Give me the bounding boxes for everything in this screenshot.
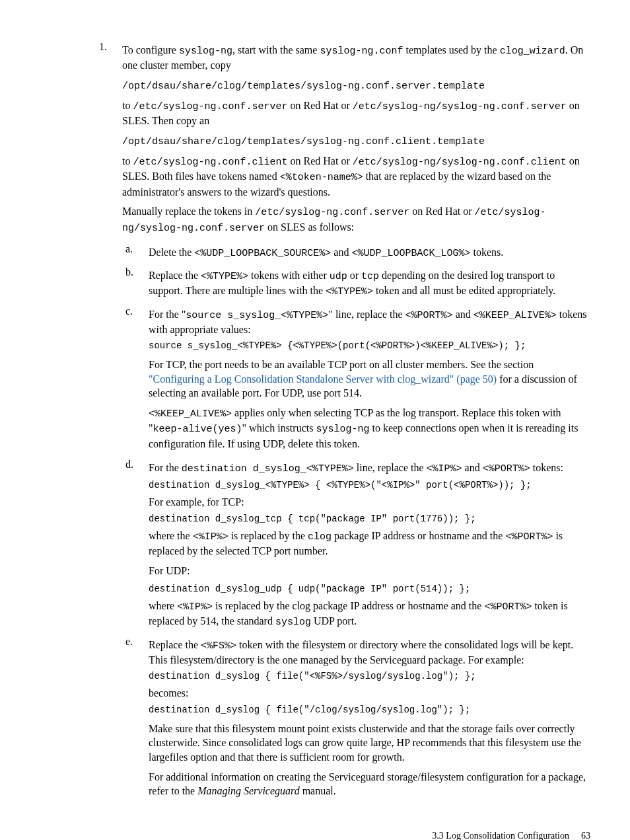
code-line: destination d_syslog_udp { udp("package … (149, 583, 590, 595)
page-number: 63 (581, 830, 590, 840)
code-line: destination d_syslog_<%TYPE%> { <%TYPE%>… (149, 479, 590, 492)
substep-body: Replace the <%FS%> token with the filesy… (149, 634, 590, 804)
code-path: /opt/dsau/share/clog/templates/syslog-ng… (122, 78, 590, 93)
code-line: source s_syslog_<%TYPE%> {<%TYPE%>(port(… (149, 340, 590, 352)
paragraph: For the "source s_syslog_<%TYPE%>" line,… (149, 307, 590, 337)
paragraph: Delete the <%UDP_LOOPBACK_SOURCE%> and <… (149, 245, 590, 260)
code-path: /opt/dsau/share/clog/templates/syslog-ng… (122, 134, 590, 149)
list-marker: e. (125, 634, 149, 804)
paragraph: For additional information on creating t… (149, 770, 590, 798)
paragraph: Manually replace the tokens in /etc/sysl… (122, 204, 590, 235)
paragraph: Replace the <%TYPE%> tokens with either … (149, 268, 590, 299)
page-footer: 3.3 Log Consolidation Configuration 63 (40, 830, 590, 840)
list-marker: b. (125, 265, 149, 303)
paragraph: Replace the <%FS%> token with the filesy… (149, 638, 590, 668)
code-line: destination d_syslog_tcp { tcp("package … (149, 513, 590, 525)
paragraph: For TCP, the port needs to be an availab… (149, 358, 590, 401)
paragraph: For UDP: (149, 564, 590, 578)
paragraph: Make sure that this filesystem mount poi… (149, 722, 590, 765)
substep-body: Delete the <%UDP_LOOPBACK_SOURCE%> and <… (149, 242, 590, 264)
paragraph: For example, for TCP: (149, 495, 590, 510)
step-1: 1. To configure syslog-ng, start with th… (40, 40, 590, 241)
paragraph: To configure syslog-ng, start with the s… (122, 43, 590, 73)
paragraph: to /etc/syslog-ng.conf.client on Red Hat… (122, 154, 590, 199)
paragraph: <%KEEP_ALIVE%> applies only when selecti… (149, 406, 590, 451)
paragraph: to /etc/syslog-ng.conf.server on Red Hat… (122, 98, 590, 128)
substep-body: For the "source s_syslog_<%TYPE%>" line,… (149, 304, 590, 457)
substep-a: a. Delete the <%UDP_LOOPBACK_SOURCE%> an… (40, 242, 590, 264)
substep-e: e. Replace the <%FS%> token with the fil… (40, 634, 590, 804)
substep-c: c. For the "source s_syslog_<%TYPE%>" li… (40, 304, 590, 457)
step-1-body: To configure syslog-ng, start with the s… (122, 40, 590, 241)
substep-b: b. Replace the <%TYPE%> tokens with eith… (40, 265, 590, 303)
section-label: 3.3 Log Consolidation Configuration (432, 830, 569, 840)
list-marker: 1. (99, 40, 122, 241)
code-line: destination d_syslog { file("<%FS%>/sysl… (149, 670, 590, 683)
substep-d: d. For the destination d_syslog_<%TYPE%>… (40, 457, 590, 632)
paragraph: For the destination d_syslog_<%TYPE%> li… (149, 461, 590, 476)
paragraph: where <%IP%> is replaced by the clog pac… (149, 599, 590, 630)
list-marker: d. (125, 457, 149, 632)
list-marker: c. (125, 304, 149, 457)
substep-body: Replace the <%TYPE%> tokens with either … (149, 265, 590, 303)
list-marker: a. (125, 242, 149, 264)
paragraph: where the <%IP%> is replaced by the clog… (149, 529, 590, 558)
cross-reference-link[interactable]: "Configuring a Log Consolidation Standal… (149, 373, 497, 385)
code-line: destination d_syslog { file("/clog/syslo… (149, 704, 590, 716)
substep-body: For the destination d_syslog_<%TYPE%> li… (149, 457, 590, 632)
paragraph: becomes: (149, 686, 590, 701)
